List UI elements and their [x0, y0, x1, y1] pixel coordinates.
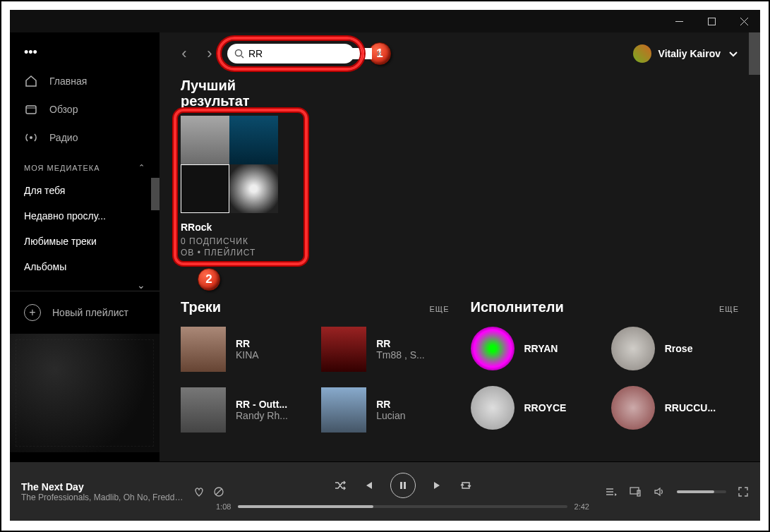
window-titlebar [10, 10, 760, 32]
now-playing-large-art[interactable] [10, 334, 160, 452]
library-header: МОЯ МЕДИАТЕКА ⌃ [10, 152, 160, 178]
artists-more-link[interactable]: ЕЩЕ [719, 305, 739, 313]
volume-slider[interactable] [677, 490, 726, 493]
track-title: RR [376, 338, 424, 349]
track-artist: Tm88 , S... [376, 349, 424, 361]
window-maximize-button[interactable] [695, 10, 728, 32]
nav-forward-button[interactable]: › [199, 43, 220, 64]
best-result-card[interactable]: RRock 0 ПОДПИСЧИК ОВ • ПЛЕЙЛИСТ [181, 116, 301, 258]
svg-rect-1 [26, 106, 36, 114]
next-button[interactable] [431, 479, 444, 492]
nav-radio[interactable]: Радио [24, 123, 145, 152]
track-art [181, 387, 226, 433]
artists-heading: Исполнители [471, 299, 564, 315]
track-artist: Randy Rh... [236, 410, 288, 421]
artist-name: Rrose [665, 343, 693, 354]
svg-point-2 [30, 136, 32, 139]
clear-search-button[interactable]: × [376, 48, 382, 59]
svg-rect-5 [400, 482, 402, 489]
chevron-down-icon [728, 48, 739, 59]
queue-button[interactable] [605, 485, 618, 498]
devices-button[interactable] [629, 485, 642, 498]
seek-bar[interactable] [238, 505, 567, 508]
user-menu[interactable]: Vitaliy Kairov [633, 44, 739, 63]
browse-icon [24, 102, 38, 116]
sidebar-scrollbar[interactable] [151, 178, 160, 210]
artist-name: RRUCCU... [665, 402, 716, 413]
track-item[interactable]: RR - Outt...Randy Rh... [181, 387, 308, 433]
radio-icon [24, 131, 38, 145]
play-pause-button[interactable] [390, 473, 416, 498]
track-artist: KINA [236, 349, 259, 361]
library-header-label: МОЯ МЕДИАТЕКА [24, 164, 100, 172]
app-menu-button[interactable]: ••• [10, 32, 160, 67]
track-art [321, 387, 366, 433]
artist-art [471, 386, 515, 430]
track-title: RR [236, 338, 259, 349]
like-button[interactable] [193, 486, 205, 497]
nav-browse[interactable]: Обзор [24, 95, 145, 123]
track-title: RR [376, 399, 405, 410]
track-title: RR - Outt... [236, 399, 288, 410]
artist-item[interactable]: RRUCCU... [611, 386, 739, 430]
avatar [633, 44, 651, 63]
artist-item[interactable]: Rrose [611, 327, 739, 370]
window-close-button[interactable] [728, 10, 760, 32]
new-playlist-button[interactable]: + Новый плейлист [10, 291, 160, 334]
library-item-for-you[interactable]: Для тебя [10, 178, 160, 203]
annotation-callout-2: 2 [198, 268, 220, 291]
now-playing-artists[interactable]: The Professionals, Madlib, Oh No, Freddi… [21, 492, 184, 502]
search-box[interactable]: × [227, 44, 354, 64]
shuffle-button[interactable] [334, 479, 347, 492]
artist-name: RROYCE [524, 402, 567, 413]
new-playlist-label: Новый плейлист [52, 307, 128, 318]
plus-icon: + [24, 304, 41, 321]
best-result-heading: Лучший результат [181, 78, 739, 109]
track-item[interactable]: RRKINA [181, 327, 308, 372]
tracks-heading: Треки [181, 299, 221, 315]
search-icon [234, 49, 244, 59]
home-icon [24, 74, 38, 88]
track-item[interactable]: RRLucian [321, 387, 449, 433]
artist-art [471, 327, 515, 370]
track-item[interactable]: RRTm88 , S... [321, 327, 449, 372]
track-artist: Lucian [376, 410, 405, 421]
main-content: ‹ › × 1 Vitaliy Kairov [160, 32, 760, 461]
player-bar: The Next Day The Professionals, Madlib, … [10, 461, 760, 521]
window-minimize-button[interactable] [663, 10, 695, 32]
main-scrollbar[interactable] [749, 32, 760, 75]
best-result-title: RRock [181, 222, 301, 233]
nav-label: Главная [49, 75, 87, 87]
previous-button[interactable] [362, 479, 375, 492]
best-result-subtitle: 0 ПОДПИСЧИК ОВ • ПЛЕЙЛИСТ [181, 236, 301, 258]
library-item-recent[interactable]: Недавно прослу... [10, 203, 160, 229]
track-art [181, 327, 226, 372]
nav-home[interactable]: Главная [24, 67, 145, 95]
svg-rect-6 [404, 482, 406, 489]
elapsed-time: 1:08 [216, 502, 231, 511]
chevron-up-icon[interactable]: ⌃ [138, 163, 145, 172]
fullscreen-button[interactable] [738, 486, 749, 497]
playlist-mosaic-art [181, 116, 278, 213]
volume-button[interactable] [653, 485, 666, 498]
artist-item[interactable]: RRYAN [471, 327, 598, 370]
total-time: 2:42 [575, 502, 589, 511]
track-art [321, 327, 366, 372]
nav-label: Радио [49, 132, 78, 143]
svg-rect-0 [708, 18, 715, 25]
sidebar: ••• Главная Обзор Радио [10, 32, 160, 461]
user-name: Vitaliy Kairov [658, 48, 721, 59]
artist-art [611, 386, 655, 430]
app-window: ••• Главная Обзор Радио [10, 10, 760, 521]
library-item-liked[interactable]: Любимые треки [10, 229, 160, 254]
repeat-button[interactable] [459, 479, 472, 492]
library-item-albums[interactable]: Альбомы [10, 254, 160, 279]
search-input[interactable] [248, 48, 372, 59]
svg-point-3 [236, 50, 242, 56]
artist-name: RRYAN [524, 343, 558, 354]
tracks-more-link[interactable]: ЕЩЕ [430, 305, 450, 313]
nav-back-button[interactable]: ‹ [174, 43, 195, 64]
now-playing-title[interactable]: The Next Day [21, 481, 184, 492]
chevron-down-icon[interactable]: ⌄ [10, 279, 160, 291]
artist-item[interactable]: RROYCE [471, 386, 598, 430]
